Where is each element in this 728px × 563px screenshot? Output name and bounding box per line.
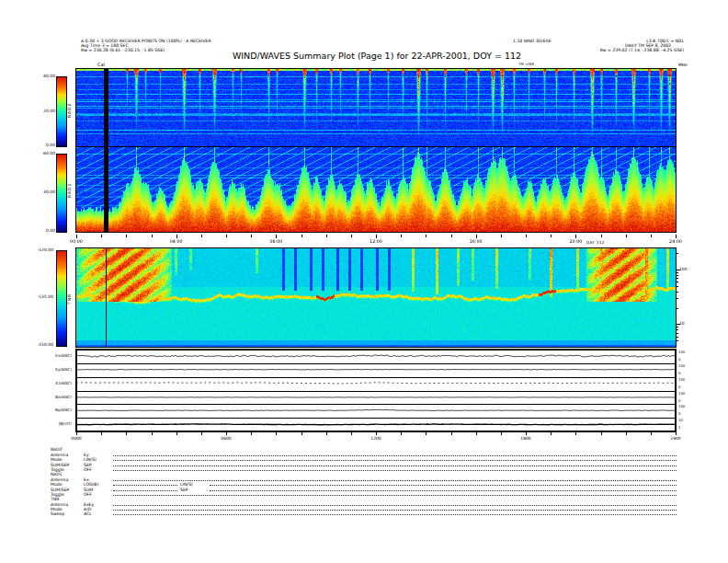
legend-leader [113, 508, 677, 511]
legend-leader [210, 483, 677, 486]
strip-right-top-label: 150 [678, 404, 685, 408]
time-tick [152, 235, 153, 237]
tnr-spectrogram [76, 248, 676, 347]
bottom-tick [251, 432, 252, 435]
time-tick [601, 235, 602, 237]
time-tick [575, 235, 576, 238]
time-tick [676, 235, 677, 238]
time-tick-label: 04:00 [164, 239, 189, 244]
legend-row-name: Antenna [51, 502, 84, 507]
time-tick [76, 235, 77, 238]
time-tick [276, 235, 277, 238]
time-axis-note: DAY 112 [586, 240, 605, 245]
rad1-colorbar-tick-mid: 30.00 [33, 190, 55, 194]
time-tick [226, 235, 227, 237]
cal-marker-label: Cal [97, 62, 105, 67]
legend-leader [210, 488, 677, 491]
tnr-freq-label-100: 100 [679, 267, 688, 271]
bottom-tick [226, 432, 227, 435]
tnr-minor-tick [676, 272, 678, 273]
tnr-axis-label: TNR [67, 281, 72, 317]
strip-right-top-label: 150 [678, 377, 685, 382]
bottom-tick [601, 432, 602, 435]
bottom-tick [451, 432, 452, 435]
legend-row-name: Sweep [51, 511, 84, 516]
time-axis: DAY 112 00:0004:0008:0012:0016:0020:0024… [75, 235, 678, 249]
legend-leader [113, 454, 677, 456]
legend-row-value: ExEy [84, 502, 113, 507]
bottom-tick [626, 432, 627, 435]
strip-label: Bx(AGC) [55, 395, 72, 399]
time-tick-label: 16:00 [463, 239, 489, 244]
time-tick [101, 235, 102, 237]
tnr-minor-tick [676, 282, 678, 282]
tnr-colorbar-tick-max: -120.00 [28, 247, 53, 252]
tnr-colorbar-tick-mid: -135.00 [28, 294, 53, 299]
housekeeping-strip-panels [75, 349, 677, 432]
legend-row-value2: SEP [180, 488, 210, 492]
strip-label: Ex(AGC) [55, 353, 72, 358]
bottom-tick [501, 432, 502, 435]
bottom-tick [176, 432, 177, 435]
bottom-tick [551, 432, 552, 435]
legend-row-value: LOG(B) [84, 482, 113, 487]
bottom-tick [376, 432, 377, 435]
tnr-minor-tick [676, 329, 678, 330]
bottom-tick-label: 0600 [213, 436, 239, 441]
tnr-minor-tick [676, 337, 678, 338]
rad2-spectrogram [76, 69, 676, 146]
bottom-tick [526, 432, 527, 435]
time-tick [126, 235, 127, 237]
tnr-colorbar-tick-min: -150.00 [28, 342, 53, 347]
housekeeping-line-plots [76, 350, 676, 431]
strip-panel-labels: Ex(AGC)Ey(AGC)Ez(AGC)Bx(AGC)By(AGC)|B|(n… [33, 349, 74, 433]
tnr-minor-tick [676, 286, 678, 287]
legend-leader [113, 503, 677, 506]
bottom-tick [401, 432, 402, 435]
legend-row-name: SUM/SEP [51, 488, 84, 492]
strip-right-bottom-label: 0 [678, 385, 680, 389]
strip-right-bottom-label: 0 [678, 398, 680, 403]
bottom-tick [276, 432, 277, 435]
tnr-minor-tick [676, 275, 678, 276]
legend-row-value: Ey [84, 453, 113, 457]
tnr-minor-tick [676, 340, 678, 341]
time-tick [301, 235, 302, 237]
waves-summary-plot-page: A 0:30 + 3 GOOD RECEIVER POINTS ON (100%… [0, 0, 728, 563]
bottom-tick-label: 1200 [363, 436, 389, 441]
legend-row-value: Ex [84, 477, 113, 482]
legend-row-name: Mode [51, 507, 84, 511]
legend-leader [113, 483, 177, 486]
legend-row-value: OFF [84, 492, 113, 497]
rad2-colorbar-tick-min: 0.00 [33, 143, 55, 147]
bottom-tick [76, 432, 77, 435]
bottom-time-axis: 00000600120018002400 [75, 432, 678, 445]
strip-right-top-label: 150 [678, 391, 685, 396]
bottom-tick [651, 432, 652, 435]
rad2-colorbar-tick-max: 40.00 [33, 74, 55, 78]
time-tick [651, 235, 652, 237]
tnr-minor-tick [676, 278, 678, 279]
time-tick-label: 00:00 [63, 239, 89, 244]
bottom-tick [326, 432, 327, 435]
bottom-tick-label: 0000 [63, 436, 89, 441]
legend-row-value: SEP [84, 463, 113, 467]
tnr-freq-label-10: 10 [679, 321, 685, 326]
time-tick [451, 235, 452, 237]
strip-right-bottom-label: 0 [678, 371, 680, 375]
instrument-config-legend: RAD2AntennaEyModeLIN(S)SUM/SEPSEPToggleO… [51, 447, 679, 516]
bottom-tick-label: 1800 [513, 436, 539, 441]
legend-leader [113, 512, 677, 515]
tnr-frequency-ticks [676, 247, 681, 347]
tnr-minor-tick [676, 327, 678, 327]
time-tick [526, 235, 527, 237]
tnr-colorbar [56, 250, 67, 347]
time-tick-label: 12:00 [363, 239, 389, 244]
legend-leader [113, 478, 677, 481]
legend-leader [113, 458, 677, 461]
rad2-spectrogram-panel [75, 68, 677, 147]
time-tick [626, 235, 627, 237]
legend-row-value: OFF [84, 467, 113, 472]
time-tick [251, 235, 252, 237]
strip-label: Ey(AGC) [55, 367, 72, 372]
